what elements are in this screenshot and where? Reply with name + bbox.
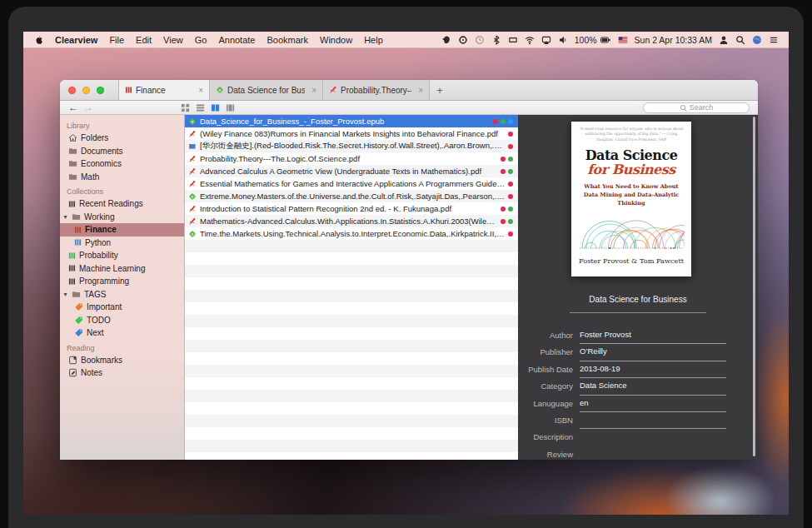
notification-center-icon[interactable] <box>769 35 779 45</box>
books-icon <box>68 252 76 260</box>
meta-field-description[interactable] <box>580 431 726 446</box>
sidebar-item-folders[interactable]: Folders <box>60 132 184 145</box>
sidebar-item-tags[interactable]: ▼TAGS <box>60 288 184 301</box>
grid-view-button[interactable] <box>181 103 190 112</box>
close-window-button[interactable] <box>68 87 76 94</box>
keyboard-icon[interactable] <box>508 35 518 45</box>
volume-icon[interactable] <box>558 35 568 45</box>
sidebar-item-label: Important <box>87 302 122 311</box>
meta-field-publisher[interactable]: O’Reilly <box>580 346 726 361</box>
cover-title-accent: for Business <box>578 162 685 177</box>
status-dots <box>501 207 513 212</box>
us-flag-icon[interactable] <box>618 35 628 45</box>
meta-label: Lanuguage <box>518 398 580 412</box>
status-dots <box>501 157 513 162</box>
sidebar-item-notes[interactable]: Notes <box>60 366 184 380</box>
menu-edit[interactable]: Edit <box>136 35 152 45</box>
sidebar-item-documents[interactable]: Documents <box>60 145 184 158</box>
airplay-icon[interactable] <box>541 35 551 45</box>
file-row[interactable]: Introduction to Statistical Pattern Reco… <box>185 202 518 215</box>
file-row[interactable]: Time.the.Markets.Using.Technical.Analysi… <box>185 227 518 240</box>
file-row[interactable]: [华尔街金融史].(Red-Blooded.Risk.The.Secret.Hi… <box>185 140 518 152</box>
wifi-icon[interactable] <box>525 35 535 45</box>
books-icon <box>74 226 82 234</box>
file-row[interactable]: Advanced Calculus A Geometric View (Unde… <box>185 165 518 177</box>
meta-row: Description <box>518 429 758 446</box>
detail-scrollbar[interactable] <box>753 117 755 456</box>
sidebar-item-recent-readings[interactable]: Recent Readings <box>60 197 184 211</box>
sidebar-item-finance[interactable]: Finance <box>60 223 184 237</box>
menu-clearview[interactable]: Clearview <box>55 35 97 45</box>
meta-field-review[interactable] <box>580 449 726 460</box>
search-input[interactable]: Search <box>643 102 750 113</box>
sidebar-item-todo[interactable]: TODO <box>60 314 184 327</box>
privacy-eye-icon[interactable] <box>458 35 468 45</box>
menu-bookmark[interactable]: Bookmark <box>267 35 308 45</box>
menu-go[interactable]: Go <box>195 35 207 45</box>
user-icon[interactable] <box>719 35 729 45</box>
file-row[interactable]: Extreme.Money.Masters.of.the.Universe.an… <box>185 190 518 202</box>
sidebar-item-economics[interactable]: Economics <box>60 157 184 171</box>
minimize-window-button[interactable] <box>82 87 90 94</box>
meta-field-lanuguage[interactable]: en <box>580 398 726 412</box>
zoom-window-button[interactable] <box>97 87 104 94</box>
meta-field-author[interactable]: Foster Provost <box>580 330 726 344</box>
file-name: Mathematics-Advanced.Calculus.With.Appli… <box>200 217 497 226</box>
bluetooth-icon[interactable] <box>491 35 501 45</box>
sidebar-item-math[interactable]: Math <box>60 171 184 184</box>
spotlight-icon[interactable] <box>735 35 745 45</box>
sidebar-item-important[interactable]: Important <box>60 301 184 314</box>
tag-icon <box>74 328 83 337</box>
file-row[interactable]: (Wiley Finance 083)Rumors in Financial M… <box>185 127 518 140</box>
menu-bar-clock[interactable]: Sun 2 Apr 10:33 AM <box>635 35 712 45</box>
sidebar-item-next[interactable]: Next <box>60 326 184 340</box>
apple-menu-icon[interactable] <box>33 35 43 45</box>
sidebar-item-programming[interactable]: Programming <box>60 275 184 288</box>
siri-icon[interactable] <box>752 35 762 45</box>
time-machine-icon[interactable] <box>475 35 485 45</box>
sidebar-item-python[interactable]: Python <box>60 237 184 250</box>
folder-icon <box>68 172 77 182</box>
evernote-icon[interactable] <box>441 35 451 45</box>
back-button[interactable]: ← <box>68 101 78 114</box>
tab-close-icon[interactable]: × <box>415 86 423 95</box>
menu-view[interactable]: View <box>163 35 183 45</box>
sidebar-item-working[interactable]: ▼Working <box>60 211 184 224</box>
tab-data-science-for-business[interactable]: Data Science for Business× <box>210 80 323 100</box>
meta-value: Foster Provost <box>580 330 726 341</box>
menu-file[interactable]: File <box>109 35 124 45</box>
battery-icon[interactable] <box>600 35 611 45</box>
sidebar-item-probability[interactable]: Probability <box>60 249 184 262</box>
tab-probability-theory-the-log[interactable]: Probability.Theory---The.Log× <box>323 80 430 100</box>
file-row[interactable]: Essential Mathematics for Games and Inte… <box>185 177 518 190</box>
split-view-button[interactable] <box>211 103 220 112</box>
battery-percent: 100% <box>575 35 597 45</box>
new-tab-button[interactable]: + <box>430 80 450 100</box>
forward-button[interactable]: → <box>83 101 93 114</box>
folder-icon <box>68 159 77 168</box>
disclosure-triangle-icon[interactable]: ▼ <box>62 214 68 220</box>
tab-close-icon[interactable]: × <box>308 86 316 95</box>
spine-view-button[interactable] <box>226 103 235 112</box>
meta-value <box>580 415 726 426</box>
sidebar-item-bookmarks[interactable]: Bookmarks <box>60 354 184 367</box>
menu-annotate[interactable]: Annotate <box>218 35 255 45</box>
menu-help[interactable]: Help <box>364 35 383 45</box>
file-row[interactable]: Probability.Theory---The.Logic.Of.Scienc… <box>185 152 518 165</box>
meta-value: O’Reilly <box>580 346 726 357</box>
meta-field-publish-date[interactable]: 2013-08-19 <box>580 364 726 378</box>
file-row[interactable]: Data_Science_for_Business_-_Foster_Provo… <box>185 115 518 127</box>
tab-close-icon[interactable]: × <box>195 86 203 95</box>
sidebar-section-reading: Reading <box>60 340 184 354</box>
meta-field-category[interactable]: Data Science <box>580 381 726 395</box>
tab-finance[interactable]: Finance× <box>118 80 210 100</box>
green-dot <box>508 219 513 224</box>
meta-field-isbn[interactable] <box>580 415 726 429</box>
search-placeholder: Search <box>690 103 714 112</box>
note-icon <box>68 368 77 377</box>
list-view-button[interactable] <box>196 103 205 112</box>
file-row[interactable]: Mathematics-Advanced.Calculus.With.Appli… <box>185 215 518 227</box>
menu-window[interactable]: Window <box>320 35 352 45</box>
sidebar-item-machine-learning[interactable]: Machine Learning <box>60 262 184 276</box>
disclosure-triangle-icon[interactable]: ▼ <box>62 291 68 297</box>
